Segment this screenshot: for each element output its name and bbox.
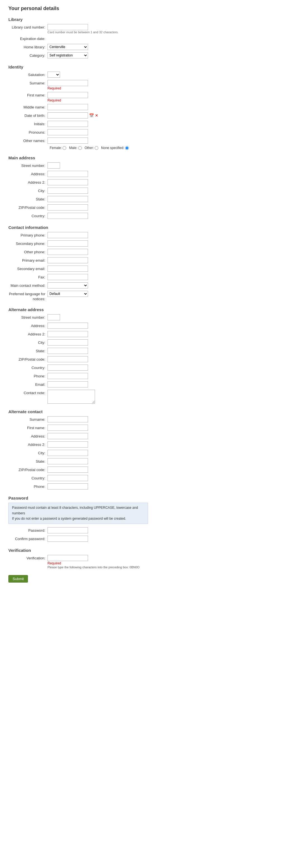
alt-street-number-input[interactable] — [47, 314, 60, 320]
alt-country-field — [47, 365, 148, 371]
other-names-label: Other names: — [8, 137, 47, 144]
expiration-date-row: Expiration date: — [8, 35, 148, 42]
other-phone-input[interactable] — [47, 249, 88, 255]
main-country-row: Country: — [8, 213, 148, 219]
altcon-country-field — [47, 475, 148, 481]
altcon-zip-input[interactable] — [47, 467, 88, 473]
page-title: Your personal details — [8, 6, 148, 11]
middlename-input[interactable] — [47, 104, 88, 110]
category-row: Category: Self registration — [8, 52, 148, 59]
alt-country-input[interactable] — [47, 365, 88, 371]
surname-field: Required — [47, 80, 148, 90]
salutation-select[interactable] — [47, 71, 60, 78]
gender-male-radio[interactable] — [78, 146, 82, 150]
altcon-phone-input[interactable] — [47, 483, 88, 490]
primary-email-input[interactable] — [47, 257, 88, 264]
altcon-firstname-input[interactable] — [47, 425, 88, 431]
main-street-number-input[interactable] — [47, 162, 60, 168]
main-street-number-label: Street number: — [8, 162, 47, 168]
gender-other-radio[interactable] — [95, 146, 98, 150]
altcon-address2-row: Address 2: — [8, 441, 148, 448]
alt-city-label: City: — [8, 339, 47, 345]
confirm-password-input[interactable] — [47, 536, 88, 542]
alt-street-number-field — [47, 314, 148, 320]
altcon-city-input[interactable] — [47, 450, 88, 456]
secondary-email-input[interactable] — [47, 266, 88, 272]
library-card-input[interactable] — [47, 24, 88, 30]
surname-input[interactable] — [47, 80, 88, 86]
alt-city-input[interactable] — [47, 339, 88, 345]
category-field: Self registration — [47, 52, 148, 58]
fax-field — [47, 274, 148, 280]
alt-address-input[interactable] — [47, 322, 88, 329]
alt-address2-field — [47, 331, 148, 337]
main-city-input[interactable] — [47, 188, 88, 194]
pronouns-input[interactable] — [47, 129, 88, 135]
main-zip-input[interactable] — [47, 204, 88, 211]
altcon-address-input[interactable] — [47, 433, 88, 439]
altcon-address2-field — [47, 441, 148, 447]
alt-contact-note-textarea[interactable] — [47, 390, 95, 404]
main-state-input[interactable] — [47, 196, 88, 202]
main-street-number-row: Street number: — [8, 162, 148, 169]
calendar-icon[interactable]: 📅 — [89, 113, 94, 118]
surname-label: Surname: — [8, 80, 47, 86]
alt-state-input[interactable] — [47, 348, 88, 354]
middlename-field — [47, 104, 148, 110]
alt-contact-note-row: Contact note: — [8, 390, 148, 404]
other-phone-row: Other phone: — [8, 249, 148, 255]
verification-required: Required — [47, 561, 148, 565]
main-address-input[interactable] — [47, 171, 88, 177]
altcon-surname-input[interactable] — [47, 416, 88, 423]
alt-email-field — [47, 381, 148, 388]
alt-phone-input[interactable] — [47, 373, 88, 379]
initials-input[interactable] — [47, 121, 88, 127]
submit-button[interactable]: Submit — [8, 575, 28, 583]
category-label: Category: — [8, 52, 47, 58]
verification-row: Verification: Required Please type the f… — [8, 555, 148, 569]
main-city-label: City: — [8, 188, 47, 193]
gender-female-radio[interactable] — [63, 146, 66, 150]
home-library-select[interactable]: Centerville — [47, 44, 88, 50]
primary-phone-input[interactable] — [47, 232, 88, 238]
dob-row: Date of birth: 📅 ✕ — [8, 113, 148, 119]
main-address-row: Address: — [8, 171, 148, 178]
pref-language-select[interactable]: Default — [47, 291, 88, 297]
alt-street-number-row: Street number: — [8, 314, 148, 321]
verification-input[interactable] — [47, 555, 88, 561]
main-state-field — [47, 196, 148, 202]
salutation-field — [47, 71, 148, 78]
pref-language-field: Default — [47, 291, 148, 297]
altcon-state-input[interactable] — [47, 458, 88, 464]
pronouns-field — [47, 129, 148, 135]
main-contact-method-select[interactable] — [47, 282, 88, 288]
fax-input[interactable] — [47, 274, 88, 280]
dob-input[interactable] — [47, 113, 88, 119]
section-contact-info: Contact information — [8, 225, 148, 230]
gender-other-option: Other: — [85, 146, 98, 150]
password-input[interactable] — [47, 527, 88, 533]
altcon-zip-field — [47, 467, 148, 473]
main-country-input[interactable] — [47, 213, 88, 219]
alt-address-label: Address: — [8, 322, 47, 329]
gender-none-radio[interactable] — [125, 146, 129, 150]
alt-zip-input[interactable] — [47, 356, 88, 362]
alt-email-input[interactable] — [47, 381, 88, 388]
main-state-label: State: — [8, 196, 47, 202]
clear-date-icon[interactable]: ✕ — [95, 113, 98, 118]
other-names-input[interactable] — [47, 137, 88, 144]
pronouns-label: Pronouns: — [8, 129, 47, 135]
alt-state-label: State: — [8, 348, 47, 353]
secondary-phone-row: Secondary phone: — [8, 240, 148, 247]
altcon-country-input[interactable] — [47, 475, 88, 481]
alt-state-field — [47, 348, 148, 354]
altcon-phone-field — [47, 483, 148, 490]
category-select[interactable]: Self registration — [47, 52, 88, 58]
gender-none-label: None specified: — [101, 146, 124, 150]
altcon-address2-input[interactable] — [47, 441, 88, 447]
secondary-phone-input[interactable] — [47, 240, 88, 247]
firstname-input[interactable] — [47, 92, 88, 98]
password-notice-line2: If you do not enter a password a system … — [12, 516, 144, 521]
alt-address2-input[interactable] — [47, 331, 88, 337]
main-address2-input[interactable] — [47, 179, 88, 185]
